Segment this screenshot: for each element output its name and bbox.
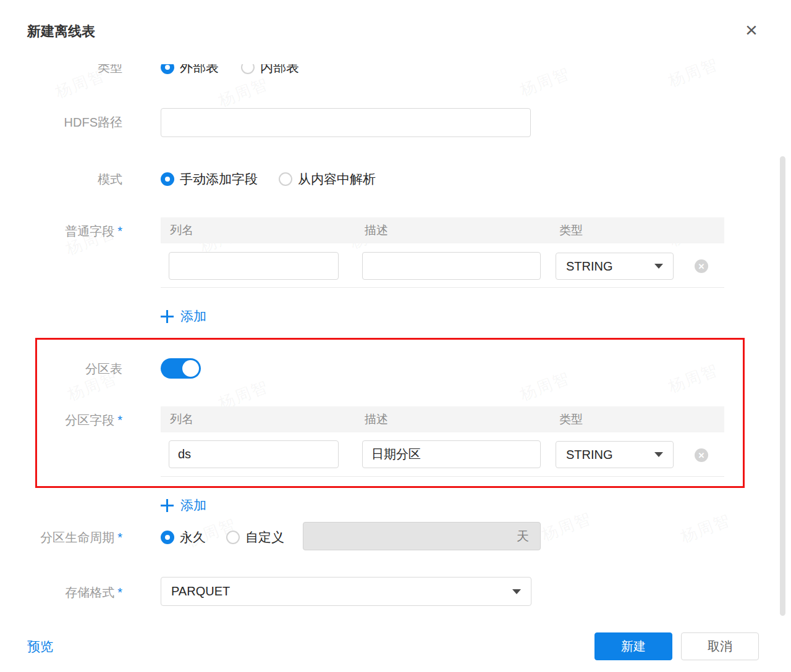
partition-table-toggle[interactable] xyxy=(161,358,201,379)
chevron-down-icon xyxy=(512,589,521,594)
watermark-text: 杨周智 xyxy=(666,359,722,398)
delete-row-icon[interactable]: ✕ xyxy=(695,259,708,273)
column-type-header: 类型 xyxy=(559,217,583,243)
dialog-title: 新建离线表 xyxy=(27,22,95,41)
normal-field-name-input[interactable] xyxy=(169,252,339,280)
partition-fields-header: 列名 描述 类型 xyxy=(161,406,724,432)
column-desc-header: 描述 xyxy=(365,406,388,432)
lifecycle-custom-input: 天 xyxy=(303,522,541,550)
radio-permanent-label[interactable]: 永久 xyxy=(180,529,206,546)
radio-manual-add-fields-label[interactable]: 手动添加字段 xyxy=(180,170,258,188)
plus-icon xyxy=(161,499,174,512)
column-type-header: 类型 xyxy=(559,406,583,432)
watermark-text: 杨周智 xyxy=(539,507,595,546)
partition-field-desc-input[interactable] xyxy=(362,440,541,468)
preview-link[interactable]: 预览 xyxy=(27,638,53,655)
chevron-down-icon xyxy=(654,452,663,457)
radio-external-table[interactable] xyxy=(161,64,174,74)
radio-custom-label[interactable]: 自定义 xyxy=(245,529,284,546)
watermark-text: 杨周智 xyxy=(216,73,272,112)
radio-internal-table[interactable] xyxy=(241,64,255,74)
delete-row-icon[interactable]: ✕ xyxy=(695,448,708,462)
type-radio-group: 外部表 内部表 xyxy=(161,64,320,75)
normal-field-desc-input[interactable] xyxy=(362,252,541,280)
partition-fields-label: 分区字段* xyxy=(0,413,122,427)
close-icon[interactable]: × xyxy=(739,17,764,42)
radio-parse-from-content[interactable] xyxy=(279,172,292,186)
watermark-text: 杨周智 xyxy=(678,509,734,548)
storage-format-label: 存储格式* xyxy=(0,585,122,600)
hdfs-path-input[interactable] xyxy=(161,108,531,137)
column-name-header: 列名 xyxy=(170,406,193,432)
partition-field-name-input[interactable] xyxy=(169,440,339,468)
column-name-header: 列名 xyxy=(170,217,193,243)
create-offline-table-dialog: 杨周智杨周智杨周智杨周智杨周智杨周智杨周智杨周智杨周智杨周智杨周智杨周智杨周智杨… xyxy=(0,0,791,672)
partition-table-label: 分区表 xyxy=(0,361,122,376)
unit-suffix: 天 xyxy=(517,528,529,545)
chevron-down-icon xyxy=(654,264,663,269)
partition-lifecycle-label: 分区生命周期* xyxy=(0,530,122,545)
add-normal-field-button[interactable]: 添加 xyxy=(161,308,206,325)
add-partition-field-button[interactable]: 添加 xyxy=(161,497,206,514)
radio-external-table-label[interactable]: 外部表 xyxy=(180,64,219,76)
radio-internal-table-label[interactable]: 内部表 xyxy=(260,64,299,76)
mode-label: 模式 xyxy=(0,172,122,187)
create-button[interactable]: 新建 xyxy=(594,632,672,660)
radio-custom[interactable] xyxy=(226,531,240,544)
plus-icon xyxy=(161,310,174,323)
type-label: 类型 xyxy=(0,64,122,77)
radio-permanent[interactable] xyxy=(161,531,174,544)
vertical-scrollbar[interactable] xyxy=(780,156,785,616)
radio-parse-from-content-label[interactable]: 从内容中解析 xyxy=(298,170,376,188)
cancel-button[interactable]: 取消 xyxy=(681,632,759,660)
column-desc-header: 描述 xyxy=(365,217,388,243)
hdfs-path-label: HDFS路径 xyxy=(0,115,122,130)
type-row-clipped: 类型 外部表 内部表 xyxy=(0,64,791,77)
mode-radio-group: 手动添加字段 从内容中解析 xyxy=(161,172,397,187)
normal-fields-header: 列名 描述 类型 xyxy=(161,217,724,243)
normal-field-type-select[interactable]: STRING xyxy=(556,253,674,280)
lifecycle-radio-group: 永久 自定义 xyxy=(161,530,305,545)
normal-fields-label: 普通字段* xyxy=(0,224,122,238)
watermark-text: 杨周智 xyxy=(517,367,573,406)
storage-format-select[interactable]: PARQUET xyxy=(161,577,531,606)
radio-manual-add-fields[interactable] xyxy=(161,172,174,186)
partition-field-type-select[interactable]: STRING xyxy=(556,441,674,468)
